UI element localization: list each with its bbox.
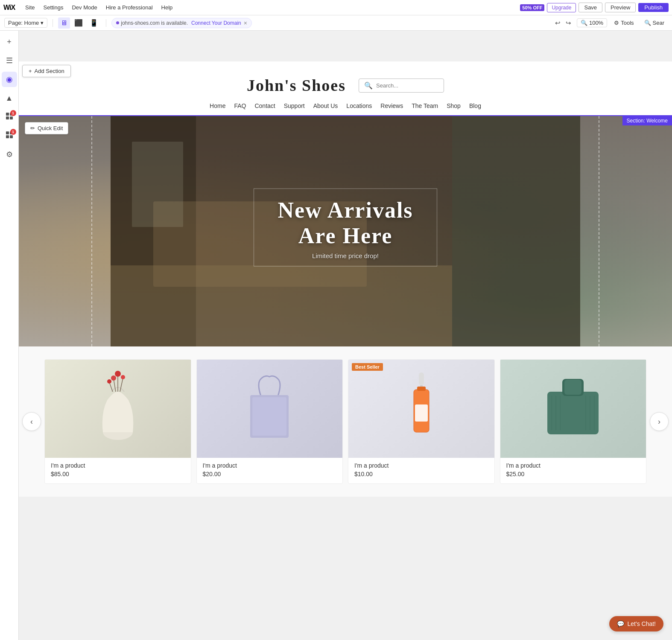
svg-rect-24 <box>252 397 286 436</box>
add-section-button[interactable]: + Add Section <box>22 65 71 77</box>
nav-dev-mode[interactable]: Dev Mode <box>67 0 101 15</box>
svg-rect-3 <box>10 116 13 119</box>
svg-rect-7 <box>10 135 13 138</box>
product-price-2: $20.00 <box>203 471 337 477</box>
layers-button[interactable]: ☰ <box>2 53 17 68</box>
nav-contact[interactable]: Contact <box>254 101 275 111</box>
nav-reviews[interactable]: Reviews <box>380 101 403 111</box>
products-section: ‹ <box>19 346 672 497</box>
tablet-icon: ⬛ <box>74 19 83 26</box>
svg-rect-30 <box>417 387 426 391</box>
add-elements-button[interactable]: + <box>2 34 17 49</box>
nav-blog[interactable]: Blog <box>469 101 481 111</box>
wix-logo: WiX <box>3 4 15 12</box>
product-image-1 <box>45 360 191 458</box>
nav-help[interactable]: Help <box>157 0 177 15</box>
hero-section[interactable]: Section: Welcome ✏ Quick Edit New Arriva… <box>19 116 672 346</box>
close-domain-icon[interactable]: × <box>244 20 247 26</box>
redo-button[interactable]: ↪ <box>564 18 573 28</box>
header-top: John's Shoes 🔍 <box>36 76 655 95</box>
product-price-1: $85.00 <box>51 471 185 477</box>
product-name-3: I'm a product <box>354 462 488 469</box>
nav-locations[interactable]: Locations <box>346 101 372 111</box>
page-label: Page: Home <box>8 20 39 26</box>
site-search-box[interactable]: 🔍 <box>359 79 444 93</box>
tools-icon: ⚙ <box>614 20 619 26</box>
chevron-down-icon: ▾ <box>41 20 44 26</box>
search-icon: 🔍 <box>644 20 651 26</box>
domain-dot-icon <box>116 21 119 24</box>
svg-rect-33 <box>564 380 581 395</box>
mobile-icon: 📱 <box>90 19 98 26</box>
nav-about-us[interactable]: About Us <box>313 101 338 111</box>
product-info-2: I'm a product $20.00 <box>197 458 343 483</box>
product-card-3[interactable]: Best Seller <box>348 359 495 484</box>
publish-button[interactable]: Publish <box>638 3 669 12</box>
zoom-icon: 🔍 <box>581 20 587 26</box>
svg-point-22 <box>107 379 111 384</box>
nav-home[interactable]: Home <box>210 101 225 111</box>
top-bar: WiX Site Settings Dev Mode Hire a Profes… <box>0 0 672 15</box>
nav-site[interactable]: Site <box>21 0 39 15</box>
nav-settings[interactable]: Settings <box>39 0 67 15</box>
svg-rect-29 <box>415 404 428 422</box>
svg-rect-31 <box>547 392 599 434</box>
product-price-4: $25.00 <box>506 471 640 477</box>
tools-button[interactable]: ⚙ Tools <box>611 18 637 27</box>
save-button[interactable]: Save <box>579 3 602 12</box>
plus-small-icon: + <box>29 68 32 74</box>
undo-button[interactable]: ↩ <box>553 18 563 28</box>
domain-text: johns-shoes.com is available. <box>121 20 188 26</box>
product-card-4[interactable]: I'm a product $25.00 <box>500 359 647 484</box>
layers-icon: ☰ <box>6 56 13 65</box>
products-row: ‹ <box>19 359 672 484</box>
upgrade-button[interactable]: Upgrade <box>547 3 576 12</box>
connect-domain-link[interactable]: Connect Your Domain <box>191 20 241 26</box>
settings-icon: ⚙ <box>6 150 13 159</box>
product-card-1[interactable]: I'm a product $85.00 <box>44 359 191 484</box>
product-info-1: I'm a product $85.00 <box>45 458 191 483</box>
tablet-view-button[interactable]: ⬛ <box>72 17 85 29</box>
product-image-4 <box>500 360 646 458</box>
svg-rect-4 <box>6 131 9 134</box>
page-selector[interactable]: Page: Home ▾ <box>4 18 47 28</box>
nav-shop[interactable]: Shop <box>447 101 461 111</box>
guide-line-right <box>599 116 599 346</box>
product-name-1: I'm a product <box>51 462 185 469</box>
product-price-3: $10.00 <box>354 471 488 477</box>
settings-button[interactable]: ⚙ <box>2 147 17 162</box>
prev-arrow-button[interactable]: ‹ <box>22 412 41 431</box>
svg-rect-25 <box>419 372 424 385</box>
nav-the-team[interactable]: The Team <box>412 101 438 111</box>
mobile-view-button[interactable]: 📱 <box>87 17 101 29</box>
svg-rect-10 <box>452 116 580 346</box>
product-card-2[interactable]: I'm a product $20.00 <box>196 359 343 484</box>
search-button[interactable]: 🔍 Sear <box>641 18 668 27</box>
plus-icon: + <box>7 38 12 47</box>
media-icon: ▲ <box>6 94 13 103</box>
search-small-icon: 🔍 <box>364 81 373 90</box>
pencil-icon: ✏ <box>30 125 35 131</box>
svg-rect-2 <box>6 116 9 119</box>
svg-line-21 <box>109 382 113 392</box>
next-arrow-button[interactable]: › <box>650 412 669 431</box>
nav-faq[interactable]: FAQ <box>234 101 246 111</box>
desktop-view-button[interactable]: 🖥 <box>58 17 70 29</box>
zoom-indicator[interactable]: 🔍 100% <box>577 18 607 27</box>
pages-button[interactable]: ◉ <box>2 72 17 87</box>
nav-hire-pro[interactable]: Hire a Professional <box>102 0 157 15</box>
svg-rect-12 <box>132 142 183 227</box>
site-search-input[interactable] <box>376 82 438 89</box>
view-mode-icons: 🖥 ⬛ 📱 <box>58 17 101 29</box>
domain-badge: johns-shoes.com is available. Connect Yo… <box>111 18 252 28</box>
chat-icon: 💬 <box>617 620 624 627</box>
product-info-3: I'm a product $10.00 <box>348 458 494 483</box>
blog-button[interactable]: 1 <box>2 128 17 143</box>
promo-badge: 50% OFF <box>520 4 544 11</box>
media-button[interactable]: ▲ <box>2 90 17 106</box>
preview-button[interactable]: Preview <box>605 3 636 12</box>
apps-button[interactable]: 1 <box>2 109 17 125</box>
nav-support[interactable]: Support <box>284 101 305 111</box>
live-chat-button[interactable]: 💬 Let's Chat! <box>609 616 664 631</box>
quick-edit-button[interactable]: ✏ Quick Edit <box>25 122 68 134</box>
